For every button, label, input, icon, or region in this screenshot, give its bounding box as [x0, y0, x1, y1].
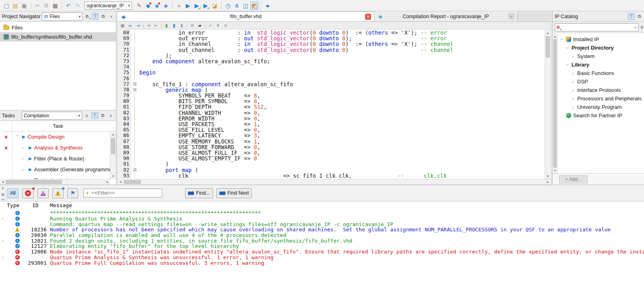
project-combo[interactable]: ogranicavanje_IP ▾: [85, 2, 132, 10]
indent-icon[interactable]: ⇥: [145, 22, 152, 29]
tasks-vscrollbar[interactable]: ▴ ▾: [110, 131, 116, 179]
scroll-right-icon[interactable]: ▸: [105, 179, 110, 185]
scroll-thumb[interactable]: [546, 36, 550, 57]
close-tab-icon[interactable]: ×: [508, 13, 514, 19]
find-button[interactable]: Find...: [185, 188, 213, 198]
close-button[interactable]: ×: [108, 13, 115, 20]
message-row[interactable]: !18236Number of processors has not been …: [0, 227, 644, 233]
redo-icon[interactable]: ↷: [73, 2, 81, 10]
ip-tree-item[interactable]: ›Basic Functions: [558, 69, 644, 77]
pin-button[interactable]: ⊤: [92, 13, 99, 20]
scroll-thumb[interactable]: [553, 39, 557, 168]
file-tree-item[interactable]: fifo_buffer/synthesis/fifo_buffer.vhd: [0, 32, 116, 42]
message-row[interactable]: ×12006Node instance "sc_fifo_1" instanti…: [0, 249, 644, 255]
close-panel-icon[interactable]: ×: [2, 186, 4, 191]
ip-tree-item[interactable]: ›DSP: [558, 77, 644, 86]
ip-tree-item[interactable]: ›Library: [558, 60, 644, 69]
cut-icon[interactable]: ✂: [33, 2, 41, 10]
platform-designer-active-icon[interactable]: ◩: [250, 2, 258, 10]
filter-errors-button[interactable]: ×: [22, 188, 34, 198]
fold-marker[interactable]: ⊟: [131, 81, 138, 87]
task-row[interactable]: ×›▶Analysis & Synthesis: [0, 142, 116, 153]
programmer-icon[interactable]: ◫: [242, 2, 250, 10]
ip-tree-item[interactable]: ›University Program: [558, 103, 644, 111]
close-tab-icon[interactable]: ×: [365, 14, 371, 20]
start-compilation-icon[interactable]: ▶: [184, 2, 192, 10]
chevron-right-icon[interactable]: ›: [571, 79, 575, 85]
scroll-left-icon[interactable]: ◂: [118, 179, 123, 185]
column-header-message[interactable]: Message: [50, 202, 72, 208]
stop-icon[interactable]: ●: [175, 2, 183, 10]
scroll-down-icon[interactable]: ▾: [110, 173, 116, 179]
message-row[interactable]: ›×Quartus Prime Analysis & Synthesis was…: [0, 255, 644, 260]
chevron-down-icon[interactable]: ›: [565, 62, 570, 67]
scroll-right-icon[interactable]: ▸: [545, 179, 551, 185]
save-icon[interactable]: ▣: [20, 2, 28, 10]
ip-tree-item[interactable]: ›Processors and Peripherals: [558, 94, 644, 103]
fold-marker[interactable]: ⊟: [131, 87, 138, 93]
run-task-icon[interactable]: ▶: [29, 156, 32, 161]
run-task-icon[interactable]: ▶: [29, 145, 32, 150]
chevron-right-icon[interactable]: ›: [571, 104, 575, 110]
scroll-down-icon[interactable]: ▾: [553, 168, 557, 173]
chevron-down-icon[interactable]: ›: [565, 46, 570, 50]
chevron-right-icon[interactable]: ›: [22, 156, 27, 162]
filter-all-button[interactable]: All: [7, 188, 19, 198]
editor-find-icon[interactable]: ∞: [127, 22, 134, 29]
clear-search-icon[interactable]: ×: [634, 25, 637, 30]
menu-icon[interactable]: ≡: [640, 25, 643, 30]
comment-block-icon[interactable]: ▰: [196, 22, 203, 29]
filter-flagged-button[interactable]: ⚑: [67, 188, 78, 198]
scroll-thumb[interactable]: [124, 180, 141, 184]
start-analysis-synthesis-icon[interactable]: ▶: [193, 2, 201, 10]
assembler-icon[interactable]: ◪: [211, 2, 219, 10]
ip-tree-item[interactable]: ›Installed IP: [558, 35, 644, 44]
chevron-right-icon[interactable]: ›: [571, 71, 575, 76]
float-button[interactable]: ⧉: [636, 13, 643, 20]
task-row[interactable]: ›▶Assembler (Generate programming files): [0, 164, 116, 175]
ip-search-box[interactable]: ×: [555, 23, 639, 31]
bookmark-prev-icon[interactable]: ▮: [178, 22, 185, 29]
scroll-up-icon[interactable]: ▴: [110, 131, 116, 137]
bookmark-toggle-icon[interactable]: ▮: [163, 22, 170, 29]
timing-analyzer-icon[interactable]: ◷: [224, 2, 232, 10]
copy-icon[interactable]: ⧉: [42, 2, 50, 10]
tab-fifo-buffer-vhd[interactable]: ◆ fifo_buffer.vhd ×: [118, 11, 374, 21]
editor-hscrollbar[interactable]: ◂ ▸: [118, 179, 551, 185]
message-row[interactable]: i***************************************…: [0, 210, 644, 216]
ip-tree-item[interactable]: Search for Partner IP: [558, 111, 644, 120]
expand-icon[interactable]: ›: [0, 239, 7, 243]
bookmark-next-icon[interactable]: ▮: [171, 22, 178, 29]
chevron-down-icon[interactable]: ›: [15, 135, 21, 139]
ip-tree-item[interactable]: ›Interface Protocols: [558, 86, 644, 94]
ip-tree-item[interactable]: ›System: [558, 52, 644, 60]
scroll-down-icon[interactable]: ▾: [545, 173, 551, 179]
fold-marker[interactable]: ⊟: [131, 167, 138, 173]
float-button[interactable]: ⧉: [100, 13, 107, 20]
netlist-viewer-icon[interactable]: ⋔: [233, 2, 241, 10]
menu-icon[interactable]: ≡: [83, 112, 90, 119]
editor-goto-icon[interactable]: ⇥: [134, 22, 141, 29]
float-panel-icon[interactable]: ⧉: [1, 192, 4, 197]
message-row[interactable]: ›i12021Found 2 design units, including 1…: [0, 238, 644, 243]
editor-menu-icon[interactable]: ≡: [222, 22, 229, 29]
code-editor[interactable]: 68 in_error : in std_logic_vector(0 down…: [118, 30, 551, 179]
tasks-flow-combo[interactable]: Compilation ▾: [22, 112, 82, 120]
filter-input[interactable]: [91, 190, 160, 196]
filter-warnings-button[interactable]: !: [52, 188, 64, 198]
filter-critical-warnings-button[interactable]: !: [37, 188, 49, 198]
column-header-type[interactable]: Type: [7, 202, 19, 208]
message-row[interactable]: ×293001Quartus Prime Full Compilation wa…: [0, 260, 644, 266]
scroll-thumb[interactable]: [111, 138, 115, 154]
chevron-right-icon[interactable]: ›: [571, 96, 575, 102]
paste-icon[interactable]: ▦: [51, 2, 59, 10]
new-file-icon[interactable]: ▢: [2, 2, 10, 10]
chevron-right-icon[interactable]: ›: [22, 145, 27, 151]
open-project-icon[interactable]: ▤: [11, 2, 19, 10]
message-row[interactable]: i20030Parallel compilation is enabled an…: [0, 233, 644, 238]
chevron-right-icon[interactable]: ›: [571, 54, 575, 59]
run-task-icon[interactable]: ▶: [22, 134, 25, 139]
pin-button[interactable]: ⊤: [628, 13, 635, 20]
platform-designer-icon[interactable]: ◆: [144, 2, 152, 10]
syntax-check-icon[interactable]: ✓: [207, 22, 214, 29]
